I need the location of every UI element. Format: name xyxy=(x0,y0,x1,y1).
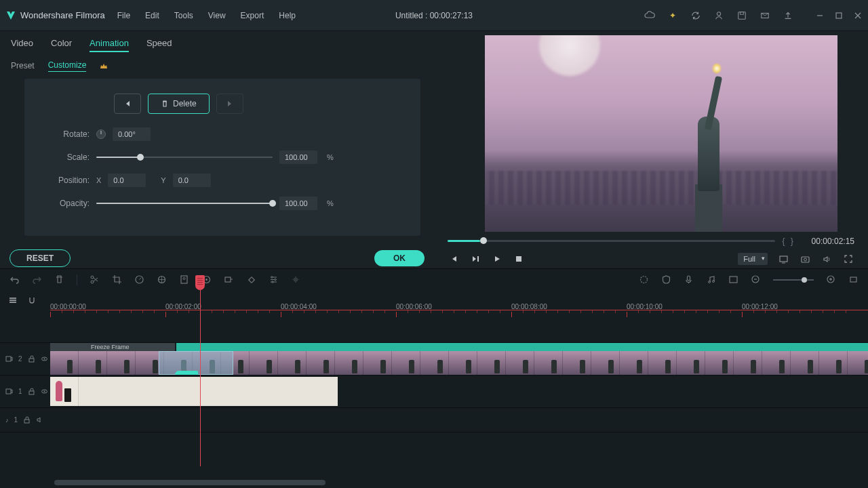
ok-button[interactable]: OK xyxy=(374,250,425,266)
delete-icon[interactable] xyxy=(54,274,64,285)
clip-statue[interactable]: Statue of Liberty xyxy=(50,351,868,375)
opacity-input[interactable] xyxy=(279,197,317,210)
clip-stable[interactable]: stable xyxy=(50,377,338,406)
mixer-icon[interactable] xyxy=(728,274,738,285)
pos-y-input[interactable] xyxy=(173,174,211,187)
track-a1-body[interactable] xyxy=(50,408,868,432)
delete-label: Delete xyxy=(173,99,197,108)
menu-edit[interactable]: Edit xyxy=(145,11,159,20)
prev-keyframe-button[interactable] xyxy=(114,94,141,114)
preview-scrubber[interactable] xyxy=(448,240,775,242)
reset-button[interactable]: RESET xyxy=(9,249,71,267)
render-icon[interactable] xyxy=(639,274,649,285)
marker-diamond-icon[interactable] xyxy=(246,274,256,285)
timeline-ruler[interactable]: 00:00:00:0000:00:02:0000:00:04:0000:00:0… xyxy=(50,290,868,310)
zoom-in-icon[interactable] xyxy=(826,274,836,285)
minimize-icon[interactable] xyxy=(815,11,825,20)
detach-audio-icon[interactable] xyxy=(224,274,234,285)
color-icon[interactable] xyxy=(157,274,167,285)
mic-icon[interactable] xyxy=(684,274,694,285)
fit-icon[interactable] xyxy=(848,274,859,285)
playhead[interactable] xyxy=(200,290,201,466)
green-screen-icon[interactable] xyxy=(179,274,189,285)
tab-video[interactable]: Video xyxy=(11,38,33,52)
magnet-icon[interactable] xyxy=(27,296,37,305)
music-icon[interactable] xyxy=(706,274,716,285)
svg-rect-32 xyxy=(850,277,856,282)
track-v2-body[interactable]: Freeze Frame Statue of Liberty xyxy=(50,343,868,375)
menu-export[interactable]: Export xyxy=(241,11,264,20)
tab-animation[interactable]: Animation xyxy=(90,38,129,52)
opacity-slider[interactable] xyxy=(96,203,273,204)
speed-icon[interactable] xyxy=(134,274,144,285)
transition-marker[interactable] xyxy=(178,371,198,375)
rotate-knob[interactable] xyxy=(96,129,106,139)
stop-button[interactable] xyxy=(513,253,525,265)
menu-file[interactable]: File xyxy=(117,11,130,20)
svg-rect-25 xyxy=(688,276,690,281)
rotate-label: Rotate: xyxy=(45,129,90,139)
redo-icon[interactable] xyxy=(32,274,42,285)
crop-icon[interactable] xyxy=(112,274,122,285)
eye-icon[interactable] xyxy=(41,355,48,363)
upload-icon[interactable] xyxy=(783,10,793,21)
audio-track-1: ♪ 1 xyxy=(0,408,868,432)
eye-icon[interactable] xyxy=(41,388,48,395)
display-icon[interactable] xyxy=(777,253,789,265)
menu-view[interactable]: View xyxy=(208,11,226,20)
lock-icon[interactable] xyxy=(28,388,35,395)
fullscreen-icon[interactable] xyxy=(842,253,854,265)
timeline-scrollbar[interactable] xyxy=(54,480,326,485)
svg-rect-28 xyxy=(730,277,737,283)
step-back-button[interactable] xyxy=(448,253,460,265)
svg-rect-41 xyxy=(29,391,34,394)
rotate-input[interactable] xyxy=(113,127,151,141)
zoom-slider[interactable] xyxy=(773,279,814,281)
subtab-customize[interactable]: Customize xyxy=(48,60,87,72)
menu-help[interactable]: Help xyxy=(279,11,296,20)
mark-out-icon[interactable]: } xyxy=(791,236,793,246)
lock-icon[interactable] xyxy=(23,416,31,424)
menu-tools[interactable]: Tools xyxy=(174,11,193,20)
preview-panel: {} 00:00:02:15 Full xyxy=(434,31,868,268)
refresh-icon[interactable] xyxy=(690,10,701,21)
account-icon[interactable] xyxy=(713,10,724,21)
mark-in-icon[interactable]: { xyxy=(782,236,785,246)
subtab-preset[interactable]: Preset xyxy=(11,61,35,72)
svg-rect-1 xyxy=(738,12,746,19)
mail-icon[interactable] xyxy=(760,10,770,21)
svg-point-24 xyxy=(641,277,648,283)
svg-rect-6 xyxy=(516,256,521,262)
quality-select[interactable]: Full xyxy=(738,253,768,265)
volume-icon[interactable] xyxy=(821,253,833,265)
track-v1-body[interactable]: stable xyxy=(50,375,868,407)
snapshot-icon[interactable] xyxy=(799,253,811,265)
tab-speed[interactable]: Speed xyxy=(146,38,172,52)
pos-x-input[interactable] xyxy=(108,174,146,187)
track-manage-icon[interactable] xyxy=(8,296,18,305)
zoom-out-icon[interactable] xyxy=(751,274,761,285)
adjust-icon[interactable] xyxy=(269,274,279,285)
tab-color[interactable]: Color xyxy=(51,38,72,52)
play-pause-button[interactable] xyxy=(469,253,481,265)
delete-keyframe-button[interactable]: Delete xyxy=(148,94,210,114)
cloud-icon[interactable] xyxy=(644,10,655,21)
audio-wave-icon[interactable] xyxy=(291,274,301,285)
play-button[interactable] xyxy=(491,253,503,265)
maximize-icon[interactable] xyxy=(834,11,844,20)
speaker-icon[interactable] xyxy=(36,416,43,424)
next-keyframe-button[interactable] xyxy=(216,94,243,114)
close-icon[interactable] xyxy=(853,11,863,20)
scale-slider[interactable] xyxy=(96,157,273,158)
svg-point-27 xyxy=(713,281,715,283)
scale-input[interactable] xyxy=(279,150,317,164)
split-icon[interactable] xyxy=(90,274,100,285)
svg-point-43 xyxy=(43,391,45,392)
svg-point-39 xyxy=(43,359,45,360)
preview-canvas[interactable] xyxy=(485,35,837,232)
lock-icon[interactable] xyxy=(28,355,35,363)
save-icon[interactable] xyxy=(736,10,747,21)
undo-icon[interactable] xyxy=(9,274,20,285)
shield-icon[interactable] xyxy=(661,274,671,285)
sparkle-icon[interactable]: ✦ xyxy=(667,10,678,21)
